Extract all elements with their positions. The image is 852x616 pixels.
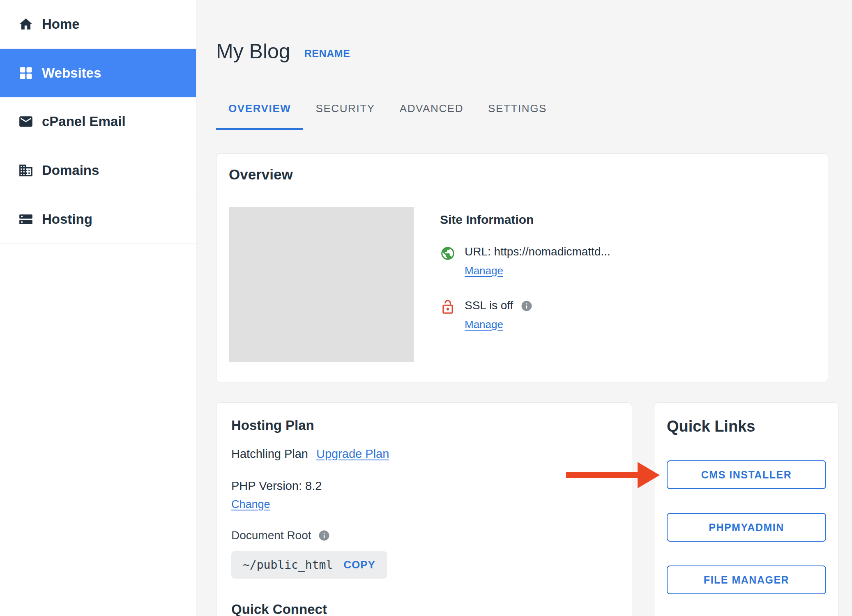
rename-button[interactable]: RENAME [304,48,350,60]
hosting-plan-title: Hosting Plan [231,417,617,434]
php-change-link[interactable]: Change [231,498,270,511]
ssl-status-row: SSL is off Manage [440,299,610,331]
ssl-info-icon[interactable] [520,299,533,312]
document-root-label: Document Root [231,529,311,542]
document-root-path: ~/public_html [243,558,333,572]
main-content: My Blog RENAME OVERVIEW SECURITY ADVANCE… [196,0,852,616]
home-icon [18,16,34,32]
site-url-row: URL: https://nomadicmattd... Manage [440,245,610,277]
quick-connect-title: Quick Connect [231,601,617,616]
phpmyadmin-button[interactable]: PHPMYADMIN [667,513,826,542]
sidebar-item-label: Home [42,16,80,32]
page-title: My Blog [216,39,290,63]
globe-icon [440,246,456,261]
tab-overview[interactable]: OVERVIEW [216,102,303,130]
sidebar-item-label: Domains [42,163,99,178]
site-information-section: Site Information URL: https://nomadicmat… [440,207,610,362]
document-root-info-icon[interactable] [318,529,330,542]
upgrade-plan-link[interactable]: Upgrade Plan [316,447,389,461]
ssl-status-text: SSL is off [465,299,513,313]
sidebar-item-websites[interactable]: Websites [0,49,196,97]
overview-card: Overview Site Information URL: https://n… [216,153,828,382]
cms-installer-button[interactable]: CMS INSTALLER [667,460,826,489]
email-icon [18,114,34,129]
copy-button[interactable]: COPY [343,559,375,571]
sidebar-item-label: Hosting [42,211,92,227]
page-header: My Blog RENAME [216,39,852,63]
sidebar-item-label: cPanel Email [42,114,126,129]
site-screenshot-placeholder [229,207,414,362]
tab-security[interactable]: SECURITY [303,102,387,130]
lock-open-icon [440,299,456,315]
sidebar-item-label: Websites [42,65,101,81]
sidebar-item-cpanel-email[interactable]: cPanel Email [0,97,196,146]
sidebar-item-domains[interactable]: Domains [0,146,196,195]
overview-card-title: Overview [229,166,815,183]
hosting-server-icon [18,211,34,227]
domains-building-icon [18,163,34,178]
php-version-text: PHP Version: 8.2 [231,478,617,493]
quick-links-card: Quick Links CMS INSTALLER PHPMYADMIN FIL… [654,402,839,616]
document-root-pill: ~/public_html COPY [231,551,387,579]
sidebar: Home Websites cPanel Email Domains Hosti… [0,0,196,616]
tab-settings[interactable]: SETTINGS [476,102,559,130]
ssl-manage-link[interactable]: Manage [465,318,503,331]
site-url-text: URL: https://nomadicmattd... [465,245,610,259]
tab-advanced[interactable]: ADVANCED [387,102,476,130]
hosting-plan-card: Hosting Plan Hatchling Plan Upgrade Plan… [216,402,632,616]
sidebar-item-home[interactable]: Home [0,0,196,49]
file-manager-button[interactable]: FILE MANAGER [667,565,826,594]
quick-links-title: Quick Links [667,417,826,436]
site-information-title: Site Information [440,213,610,227]
sidebar-item-hosting[interactable]: Hosting [0,195,196,244]
tab-bar: OVERVIEW SECURITY ADVANCED SETTINGS [216,102,852,130]
url-manage-link[interactable]: Manage [465,264,503,277]
hosting-dashboard-page: Home Websites cPanel Email Domains Hosti… [0,0,852,616]
websites-grid-icon [18,65,34,81]
plan-name-text: Hatchling Plan [231,446,308,461]
